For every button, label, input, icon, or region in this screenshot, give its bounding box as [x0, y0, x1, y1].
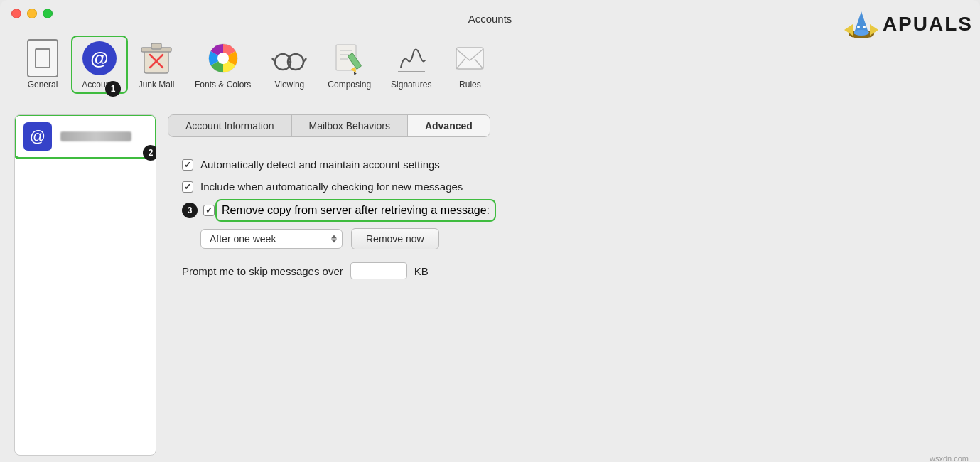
- remove-timing-row: Right away After one day After one week …: [200, 228, 952, 249]
- viewing-icon: [271, 40, 308, 77]
- tab-advanced[interactable]: Advanced: [408, 115, 490, 136]
- prompt-label-after: KB: [414, 265, 429, 277]
- at-symbol-icon: @: [82, 41, 117, 75]
- timing-dropdown-wrapper: Right away After one day After one week …: [200, 229, 343, 249]
- toolbar-label-signatures: Signatures: [391, 80, 431, 90]
- svg-point-3: [857, 26, 860, 28]
- skip-messages-input[interactable]: [350, 262, 407, 279]
- settings-section: Automatically detect and maintain accoun…: [168, 151, 966, 286]
- junk-mail-icon: [138, 40, 175, 77]
- svg-line-18: [303, 58, 306, 62]
- auto-detect-checkbox[interactable]: [182, 159, 193, 171]
- auto-detect-label: Automatically detect and maintain accoun…: [200, 159, 440, 171]
- trash-icon: [140, 41, 173, 76]
- svg-rect-9: [151, 43, 161, 49]
- auto-detect-row: Automatically detect and maintain accoun…: [182, 159, 952, 171]
- svg-point-4: [863, 26, 866, 28]
- maximize-button[interactable]: [43, 9, 53, 18]
- svg-marker-1: [854, 11, 868, 33]
- account-name-blurred: [60, 131, 131, 141]
- logo-mascot-icon: [844, 7, 878, 41]
- watermark: wsxdn.com: [930, 454, 969, 462]
- accounts-badge: 1: [105, 81, 121, 97]
- timing-dropdown[interactable]: Right away After one day After one week …: [200, 229, 343, 249]
- svg-rect-27: [456, 48, 483, 69]
- window-title: Accounts: [468, 13, 512, 25]
- include-check-row: Include when automatically checking for …: [182, 181, 952, 193]
- color-wheel-icon: [207, 41, 239, 76]
- toolbar-item-accounts[interactable]: @ Accounts 1: [71, 36, 128, 94]
- detail-panel: Account Information Mailbox Behaviors Ad…: [168, 114, 966, 456]
- toolbar-item-fonts[interactable]: Fonts & Colors: [185, 36, 261, 94]
- sidebar-at-icon: @: [23, 122, 52, 151]
- signature-icon: [395, 41, 428, 76]
- toolbar-item-general[interactable]: General: [14, 36, 71, 94]
- main-window: Accounts APUALS General: [0, 0, 980, 462]
- toolbar-label-composing: Composing: [328, 80, 371, 90]
- toolbar-item-rules[interactable]: Rules: [441, 36, 498, 94]
- include-check-label: Include when automatically checking for …: [200, 181, 463, 193]
- toolbar: General @ Accounts 1: [0, 28, 980, 100]
- toolbar-item-junkmail[interactable]: Junk Mail: [128, 36, 185, 94]
- tab-bar: Account Information Mailbox Behaviors Ad…: [168, 114, 490, 137]
- close-button[interactable]: [11, 9, 21, 18]
- toolbar-label-rules: Rules: [459, 80, 481, 90]
- svg-marker-6: [870, 24, 878, 36]
- toolbar-label-fonts: Fonts & Colors: [195, 80, 251, 90]
- remove-copy-checkbox[interactable]: [203, 205, 215, 216]
- signatures-icon: [393, 40, 430, 77]
- include-check-checkbox[interactable]: [182, 181, 193, 193]
- sidebar-account-item[interactable]: @ 2: [15, 115, 156, 158]
- envelope-icon: [453, 41, 486, 76]
- remove-now-button[interactable]: Remove now: [351, 228, 439, 249]
- logo-area: APUALS: [844, 7, 973, 41]
- toolbar-item-viewing[interactable]: Viewing: [261, 36, 318, 94]
- accounts-sidebar: @ 2: [14, 114, 156, 456]
- toolbar-label-general: General: [28, 80, 58, 90]
- remove-copy-label: Remove copy from server after retrieving…: [219, 203, 492, 218]
- accounts-icon: @: [81, 40, 118, 77]
- checkbox-badge: 3: [182, 203, 198, 218]
- rules-icon: [451, 40, 488, 77]
- svg-point-2: [854, 30, 869, 36]
- window-controls: [11, 9, 53, 18]
- general-icon: [24, 40, 61, 77]
- main-content: @ 2 Account Information Mailbox Behavior…: [0, 100, 980, 462]
- glasses-icon: [271, 41, 307, 76]
- composing-icon: [331, 40, 368, 77]
- pencil-paper-icon: [333, 41, 366, 76]
- minimize-button[interactable]: [27, 9, 37, 18]
- svg-point-13: [217, 53, 229, 64]
- svg-marker-5: [844, 24, 853, 36]
- fonts-colors-icon: [205, 40, 242, 77]
- toolbar-item-composing[interactable]: Composing: [318, 36, 381, 94]
- remove-copy-row: 3 Remove copy from server after retrievi…: [182, 203, 952, 218]
- sidebar-badge: 2: [143, 145, 156, 161]
- tab-mailbox-behaviors[interactable]: Mailbox Behaviors: [292, 115, 408, 136]
- toolbar-item-signatures[interactable]: Signatures: [381, 36, 441, 94]
- toolbar-label-viewing: Viewing: [274, 80, 304, 90]
- prompt-row: Prompt me to skip messages over KB: [182, 259, 952, 279]
- logo-text: APUALS: [883, 13, 973, 36]
- toolbar-label-junkmail: Junk Mail: [139, 80, 175, 90]
- titlebar: Accounts APUALS: [0, 0, 980, 28]
- tab-account-information[interactable]: Account Information: [168, 115, 292, 136]
- prompt-label-before: Prompt me to skip messages over: [182, 265, 343, 277]
- svg-line-17: [272, 58, 275, 62]
